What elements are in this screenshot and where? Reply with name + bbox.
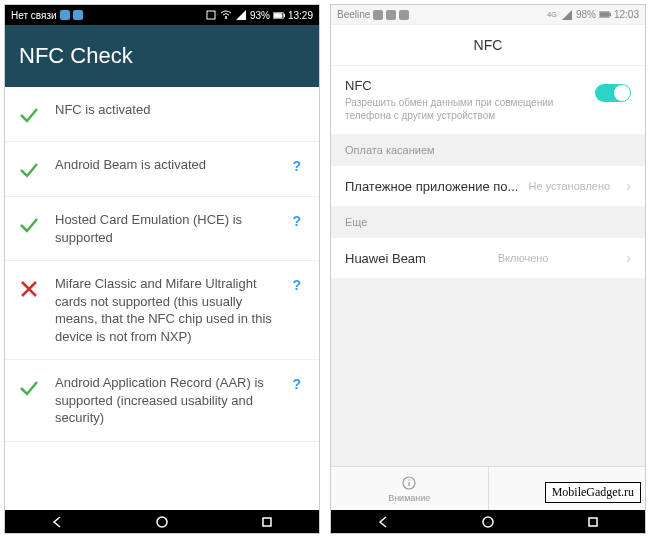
phone-left-screenshot: Нет связи 93% 13:29	[4, 4, 320, 534]
app-header: NFC Check	[5, 25, 319, 87]
tab-attention[interactable]: Внимание	[331, 467, 489, 510]
huawei-beam-row[interactable]: Huawei Beam Включено ›	[331, 238, 645, 278]
beam-label: Huawei Beam	[345, 251, 426, 266]
svg-rect-8	[600, 12, 609, 17]
recent-button[interactable]	[578, 514, 608, 530]
info-icon	[401, 475, 417, 491]
app-title: NFC Check	[19, 43, 133, 68]
svg-point-16	[483, 517, 493, 527]
watermark: MobileGadget.ru	[545, 482, 641, 503]
signal-icon	[235, 9, 247, 21]
home-button[interactable]	[147, 514, 177, 530]
phone-right-screenshot: Beeline 4G 98% 12:03 NFC	[330, 4, 646, 534]
nfc-toggle-row[interactable]: NFC Разрешить обмен данными при совмещен…	[331, 66, 645, 134]
chevron-right-icon: ›	[626, 250, 631, 266]
payment-label: Платежное приложение по...	[345, 179, 518, 194]
check-ok-icon	[17, 213, 41, 237]
check-text: Android Application Record (AAR) is supp…	[55, 374, 272, 427]
help-icon[interactable]: ?	[286, 376, 307, 392]
battery-icon	[599, 9, 611, 21]
back-button[interactable]	[368, 514, 398, 530]
section-more: Еще	[331, 206, 645, 238]
battery-text: 98%	[576, 9, 596, 20]
svg-point-1	[225, 17, 227, 19]
sim-icon	[60, 10, 70, 20]
nfc-subtitle: Разрешить обмен данными при совмещении т…	[345, 96, 587, 122]
data-4g-icon: 4G	[546, 9, 558, 21]
help-icon[interactable]: ?	[286, 277, 307, 293]
time-text: 13:29	[288, 10, 313, 21]
check-text: Hosted Card Emulation (HCE) is supported	[55, 211, 272, 246]
svg-point-11	[408, 479, 410, 481]
time-text: 12:03	[614, 9, 639, 20]
svg-rect-3	[274, 13, 283, 18]
svg-rect-9	[610, 13, 611, 16]
screen-title: NFC	[331, 25, 645, 66]
recent-button[interactable]	[252, 514, 282, 530]
section-payment: Оплата касанием	[331, 134, 645, 166]
screen-title-text: NFC	[474, 37, 503, 53]
notif-icon	[399, 10, 409, 20]
nfc-toggle[interactable]	[595, 84, 631, 102]
check-ok-icon	[17, 158, 41, 182]
help-icon[interactable]: ?	[286, 213, 307, 229]
android-navbar	[331, 510, 645, 533]
notif-icon	[386, 10, 396, 20]
check-text: Android Beam is activated	[55, 156, 272, 174]
check-item[interactable]: Hosted Card Emulation (HCE) is supported…	[5, 197, 319, 261]
svg-rect-17	[589, 518, 597, 526]
check-item[interactable]: NFC is activated	[5, 87, 319, 142]
nfc-label: NFC	[345, 78, 587, 93]
check-list: NFC is activated Android Beam is activat…	[5, 87, 319, 442]
nfc-status-icon	[205, 9, 217, 21]
tab-label: Внимание	[388, 493, 430, 503]
check-item[interactable]: Mifare Classic and Mifare Ultralight car…	[5, 261, 319, 360]
check-text: NFC is activated	[55, 101, 307, 119]
check-ok-icon	[17, 376, 41, 400]
payment-app-row[interactable]: Платежное приложение по... Не установлен…	[331, 166, 645, 206]
beam-value: Включено	[498, 252, 549, 264]
check-text: Mifare Classic and Mifare Ultralight car…	[55, 275, 272, 345]
statusbar-left: Нет связи 93% 13:29	[5, 5, 319, 25]
chevron-right-icon: ›	[626, 178, 631, 194]
help-icon[interactable]: ?	[286, 158, 307, 174]
svg-point-5	[157, 517, 167, 527]
carrier-text: Beeline	[337, 9, 370, 20]
battery-icon	[273, 9, 285, 21]
payment-value: Не установлено	[529, 180, 611, 192]
svg-rect-0	[207, 11, 215, 19]
notif-icon	[373, 10, 383, 20]
wifi-icon	[220, 9, 232, 21]
home-button[interactable]	[473, 514, 503, 530]
signal-icon	[561, 9, 573, 21]
svg-rect-12	[409, 482, 410, 486]
statusbar-right: Beeline 4G 98% 12:03	[331, 5, 645, 25]
android-navbar	[5, 510, 319, 533]
check-ok-icon	[17, 103, 41, 127]
check-item[interactable]: Android Application Record (AAR) is supp…	[5, 360, 319, 442]
check-item[interactable]: Android Beam is activated ?	[5, 142, 319, 197]
svg-rect-6	[263, 518, 271, 526]
settings-body: NFC Разрешить обмен данными при совмещен…	[331, 66, 645, 486]
cross-fail-icon	[17, 277, 41, 301]
battery-text: 93%	[250, 10, 270, 21]
svg-rect-4	[284, 13, 285, 16]
sim-icon	[73, 10, 83, 20]
carrier-text: Нет связи	[11, 10, 57, 21]
back-button[interactable]	[42, 514, 72, 530]
